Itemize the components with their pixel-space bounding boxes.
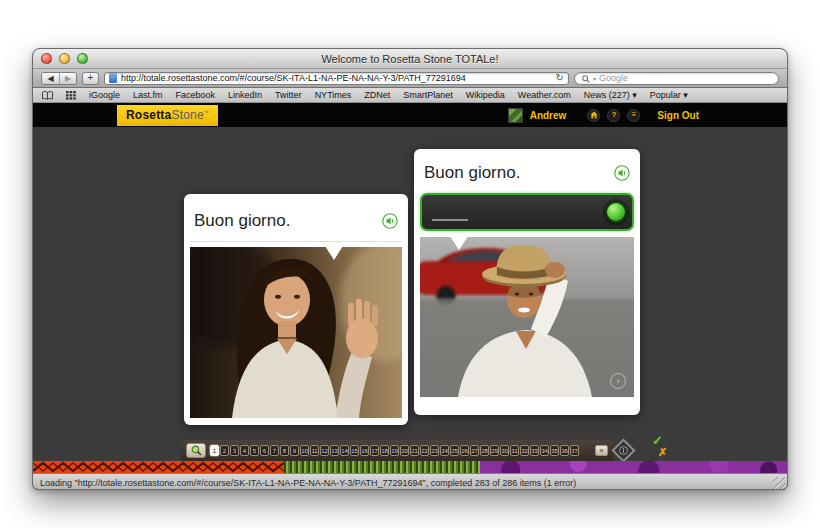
search-input[interactable] — [599, 73, 771, 83]
page-button-6[interactable]: 6 — [260, 445, 269, 456]
zoom-window-icon[interactable] — [77, 53, 88, 64]
window-title: Welcome to Rosetta Stone TOTALe! — [321, 53, 498, 65]
rosetta-stone-logo[interactable]: RosettaStone™ — [117, 105, 218, 126]
speech-response-box[interactable] — [420, 193, 634, 231]
page-button-7[interactable]: 7 — [270, 445, 279, 456]
next-card-icon[interactable]: › — [610, 373, 626, 389]
close-window-icon[interactable] — [41, 53, 52, 64]
page-button-3[interactable]: 3 — [230, 445, 239, 456]
record-button[interactable] — [605, 201, 627, 223]
user-avatar[interactable] — [508, 108, 523, 123]
lesson-stage: Buon giorno. — [33, 127, 787, 461]
page-button-29[interactable]: 29 — [490, 445, 499, 456]
status-bar: Loading "http://totale.rosettastone.com/… — [33, 473, 787, 490]
page-buttons: 1234567891011121314151617181920212223242… — [210, 445, 591, 456]
page-button-33[interactable]: 33 — [530, 445, 539, 456]
page-button-30[interactable]: 30 — [500, 445, 509, 456]
page-button-35[interactable]: 35 — [550, 445, 559, 456]
page-button-32[interactable]: 32 — [520, 445, 529, 456]
bookmark-item-2[interactable]: Last.fm — [133, 90, 163, 100]
strip-purple-petals — [480, 461, 787, 473]
page-button-11[interactable]: 11 — [310, 445, 319, 456]
bookmark-item-6[interactable]: NYTimes — [315, 90, 352, 100]
forward-button[interactable]: ▶ — [59, 73, 76, 84]
bookmark-item-11[interactable]: News (227) ▾ — [584, 90, 637, 100]
incorrect-x-icon: ✗ — [658, 447, 672, 457]
history-buttons: ◀ ▶ — [41, 72, 77, 85]
page-button-16[interactable]: 16 — [360, 445, 369, 456]
page-button-1[interactable]: 1 — [210, 445, 219, 456]
url-input[interactable] — [121, 73, 552, 83]
logo-text-rosetta: Rosetta — [126, 108, 171, 122]
address-bar[interactable]: ↻ — [104, 72, 569, 85]
reload-icon[interactable]: ↻ — [556, 73, 564, 83]
page-button-14[interactable]: 14 — [340, 445, 349, 456]
page-button-27[interactable]: 27 — [470, 445, 479, 456]
page-button-2[interactable]: 2 — [220, 445, 229, 456]
username-label[interactable]: Andrew — [530, 110, 567, 121]
page-button-17[interactable]: 17 — [370, 445, 379, 456]
pager-overflow-button[interactable]: » — [595, 445, 608, 456]
help-button[interactable]: ? — [607, 109, 620, 122]
page-button-31[interactable]: 31 — [510, 445, 519, 456]
right-speaker-icon[interactable] — [614, 165, 630, 181]
bookmarks-book-icon[interactable] — [42, 91, 53, 100]
menu-button[interactable]: ≡ — [627, 109, 640, 122]
browser-toolbar: ◀ ▶ + ↻ ▾ — [33, 69, 787, 88]
bookmark-item-12[interactable]: Popular ▾ — [650, 90, 688, 100]
bookmarks-bar: iGoogleLast.fmFacebookLinkedInTwitterNYT… — [33, 88, 787, 103]
page-button-4[interactable]: 4 — [240, 445, 249, 456]
page-button-8[interactable]: 8 — [280, 445, 289, 456]
course-pager-toolbar: 1234567891011121314151617181920212223242… — [181, 440, 613, 461]
milestone-diamond-icon[interactable] — [611, 438, 635, 461]
page-button-15[interactable]: 15 — [350, 445, 359, 456]
bookmark-item-8[interactable]: SmartPlanet — [403, 90, 453, 100]
left-speaker-icon[interactable] — [382, 213, 398, 229]
page-button-5[interactable]: 5 — [250, 445, 259, 456]
back-button[interactable]: ◀ — [42, 73, 59, 84]
top-sites-grid-icon[interactable] — [66, 91, 76, 100]
home-button[interactable] — [587, 109, 600, 122]
page-button-37[interactable]: 37 — [570, 445, 579, 456]
page-button-13[interactable]: 13 — [330, 445, 339, 456]
search-field[interactable]: ▾ — [574, 72, 779, 85]
page-button-10[interactable]: 10 — [300, 445, 309, 456]
page-button-9[interactable]: 9 — [290, 445, 299, 456]
minimize-window-icon[interactable] — [59, 53, 70, 64]
page-button-12[interactable]: 12 — [320, 445, 329, 456]
page-button-21[interactable]: 21 — [410, 445, 419, 456]
bookmark-item-4[interactable]: LinkedIn — [228, 90, 262, 100]
answer-marks: ✓ ✗ — [652, 435, 672, 457]
search-engine-caret-icon[interactable]: ▾ — [593, 75, 596, 82]
search-icon — [582, 69, 590, 87]
page-button-24[interactable]: 24 — [440, 445, 449, 456]
bookmark-item-7[interactable]: ZDNet — [364, 90, 390, 100]
page-button-23[interactable]: 23 — [430, 445, 439, 456]
window-titlebar[interactable]: Welcome to Rosetta Stone TOTALe! — [33, 49, 787, 69]
bookmark-item-1[interactable]: iGoogle — [89, 90, 120, 100]
page-button-20[interactable]: 20 — [400, 445, 409, 456]
browser-window: Welcome to Rosetta Stone TOTALe! ◀ ▶ + ↻… — [32, 48, 788, 490]
lesson-card-right[interactable]: Buon giorno. › — [414, 149, 640, 415]
new-tab-button[interactable]: + — [82, 72, 99, 85]
page-button-34[interactable]: 34 — [540, 445, 549, 456]
page-button-36[interactable]: 36 — [560, 445, 569, 456]
lesson-card-left[interactable]: Buon giorno. — [184, 194, 408, 425]
app-header: RosettaStone™ Andrew ? ≡ Sign Out — [33, 103, 787, 127]
page-button-19[interactable]: 19 — [390, 445, 399, 456]
zoom-overview-button[interactable] — [186, 443, 206, 458]
page-button-22[interactable]: 22 — [420, 445, 429, 456]
logo-text-stone: Stone — [171, 108, 203, 122]
bookmark-item-5[interactable]: Twitter — [275, 90, 302, 100]
page-button-18[interactable]: 18 — [380, 445, 389, 456]
page-button-26[interactable]: 26 — [460, 445, 469, 456]
bookmark-item-9[interactable]: Wikipedia — [466, 90, 505, 100]
sign-out-button[interactable]: Sign Out — [657, 110, 699, 121]
page-button-28[interactable]: 28 — [480, 445, 489, 456]
page-button-25[interactable]: 25 — [450, 445, 459, 456]
bookmark-item-10[interactable]: Weather.com — [518, 90, 571, 100]
bookmarks-list: iGoogleLast.fmFacebookLinkedInTwitterNYT… — [89, 90, 688, 100]
resize-handle[interactable] — [773, 477, 786, 490]
status-text: Loading "http://totale.rosettastone.com/… — [40, 478, 576, 488]
bookmark-item-3[interactable]: Facebook — [176, 90, 216, 100]
